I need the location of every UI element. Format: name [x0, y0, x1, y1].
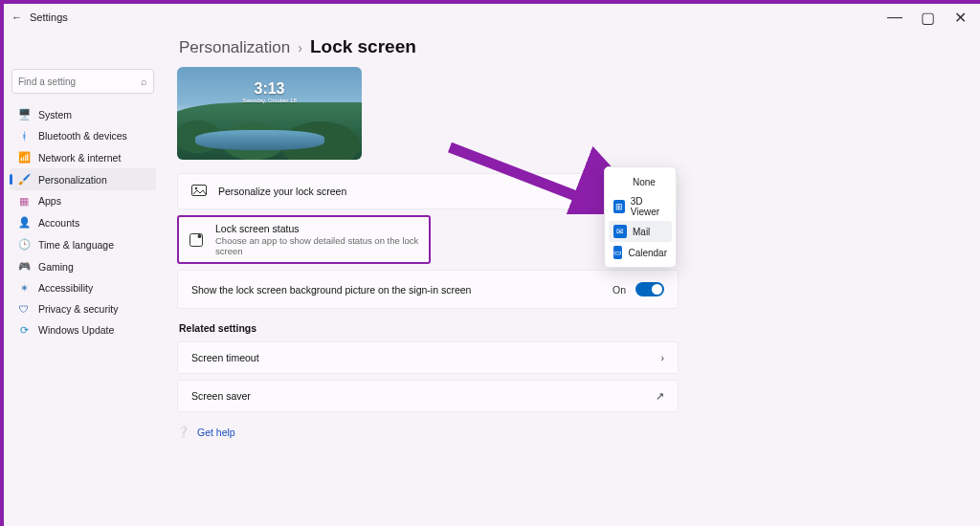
sidebar-item-personalization[interactable]: 🖌️Personalization	[10, 168, 156, 190]
sidebar-icon: ⟳	[17, 324, 31, 336]
app-icon: ⊞	[613, 200, 625, 213]
row-lockscreen-status[interactable]: Lock screen status Choose an app to show…	[177, 215, 431, 264]
dropdown-option-3d-viewer[interactable]: ⊞3D Viewer	[609, 192, 672, 221]
dropdown-option-mail[interactable]: ✉Mail	[609, 221, 672, 242]
sidebar-item-accessibility[interactable]: ✴Accessibility	[10, 277, 156, 298]
titlebar: ← Settings — ▢ ✕	[4, 4, 980, 31]
toggle-switch[interactable]	[635, 282, 664, 296]
sidebar: ⌕ 🖥️SystemᚼBluetooth & devices📶Network &…	[4, 31, 162, 526]
help-icon: ❔	[177, 426, 189, 438]
sidebar-icon: 🖥️	[17, 108, 31, 121]
picture-icon	[191, 184, 207, 199]
sidebar-item-label: Accounts	[38, 217, 79, 229]
sidebar-icon: 🎮	[17, 260, 31, 273]
close-button[interactable]: ✕	[944, 4, 976, 31]
window-title: Settings	[30, 11, 68, 23]
status-app-icon	[189, 232, 204, 248]
sidebar-item-network-internet[interactable]: 📶Network & internet	[10, 146, 156, 168]
svg-point-3	[198, 234, 202, 238]
minimize-button[interactable]: —	[879, 4, 911, 31]
sidebar-item-label: Time & language	[38, 239, 114, 251]
breadcrumb-parent[interactable]: Personalization	[179, 38, 290, 57]
sidebar-item-label: Accessibility	[38, 282, 93, 294]
app-icon: ▭	[613, 246, 622, 259]
sidebar-icon: 🛡	[17, 303, 31, 315]
lockscreen-preview: 3:13 Saturday, October 18	[177, 67, 362, 160]
chevron-right-icon: ›	[661, 352, 665, 363]
sidebar-item-bluetooth-devices[interactable]: ᚼBluetooth & devices	[10, 125, 156, 146]
sidebar-icon: ▦	[17, 195, 31, 207]
search-box[interactable]: ⌕	[11, 69, 154, 94]
svg-point-1	[195, 187, 197, 189]
sidebar-item-privacy-security[interactable]: 🛡Privacy & security	[10, 298, 156, 319]
open-external-icon: ↗	[656, 390, 664, 402]
search-icon: ⌕	[141, 76, 147, 87]
main-content: Personalization › Lock screen 3:13 Satur…	[162, 31, 980, 526]
sidebar-item-label: Apps	[38, 195, 61, 207]
sidebar-item-system[interactable]: 🖥️System	[10, 103, 156, 125]
row-label: Show the lock screen background picture …	[191, 284, 601, 296]
row-screen-timeout[interactable]: Screen timeout ›	[177, 341, 679, 374]
dropdown-option-none[interactable]: None	[609, 171, 672, 192]
row-label: Personalize your lock screen	[218, 186, 664, 197]
sidebar-item-gaming[interactable]: 🎮Gaming	[10, 255, 156, 277]
sidebar-item-time-language[interactable]: 🕒Time & language	[10, 233, 156, 255]
preview-date: Saturday, October 18	[177, 98, 362, 103]
sidebar-item-label: Windows Update	[38, 324, 114, 336]
sidebar-item-label: Bluetooth & devices	[38, 130, 127, 142]
sidebar-item-label: System	[38, 109, 72, 121]
sidebar-icon: 🕒	[17, 238, 31, 251]
back-icon[interactable]: ←	[11, 11, 22, 23]
help-label: Get help	[197, 427, 235, 438]
option-label: None	[633, 177, 656, 187]
sidebar-icon: 🖌️	[17, 173, 31, 186]
sidebar-item-windows-update[interactable]: ⟳Windows Update	[10, 319, 156, 340]
row-signin-picture[interactable]: Show the lock screen background picture …	[177, 270, 679, 309]
page-title: Lock screen	[310, 36, 416, 57]
row-label: Lock screen status	[215, 223, 419, 234]
sidebar-item-label: Privacy & security	[38, 303, 118, 315]
preview-time: 3:13	[177, 80, 362, 98]
sidebar-item-label: Network & internet	[38, 152, 121, 164]
row-label: Screen saver	[191, 390, 644, 402]
sidebar-icon: ✴	[17, 282, 31, 294]
status-app-dropdown[interactable]: None⊞3D Viewer✉Mail▭Calendar	[604, 166, 677, 268]
sidebar-item-apps[interactable]: ▦Apps	[10, 190, 156, 211]
toggle-label: On	[612, 284, 626, 296]
row-screen-saver[interactable]: Screen saver ↗	[177, 380, 679, 412]
related-heading: Related settings	[179, 322, 957, 334]
sidebar-icon: ᚼ	[17, 130, 31, 142]
sidebar-item-accounts[interactable]: 👤Accounts	[10, 211, 156, 233]
sidebar-icon: 📶	[17, 151, 31, 164]
app-icon: ✉	[613, 225, 627, 238]
sidebar-icon: 👤	[17, 216, 31, 229]
option-label: 3D Viewer	[631, 196, 667, 217]
get-help-link[interactable]: ❔ Get help	[177, 426, 957, 438]
option-label: Calendar	[628, 248, 667, 258]
chevron-right-icon: ›	[298, 40, 302, 55]
breadcrumb: Personalization › Lock screen	[179, 36, 957, 57]
option-label: Mail	[633, 227, 650, 237]
dropdown-option-calendar[interactable]: ▭Calendar	[609, 242, 672, 263]
row-label: Screen timeout	[191, 352, 650, 363]
sidebar-item-label: Gaming	[38, 261, 74, 273]
row-desc: Choose an app to show detailed status on…	[215, 235, 419, 256]
search-input[interactable]	[18, 77, 141, 87]
sidebar-item-label: Personalization	[38, 174, 107, 186]
maximize-button[interactable]: ▢	[911, 4, 944, 31]
